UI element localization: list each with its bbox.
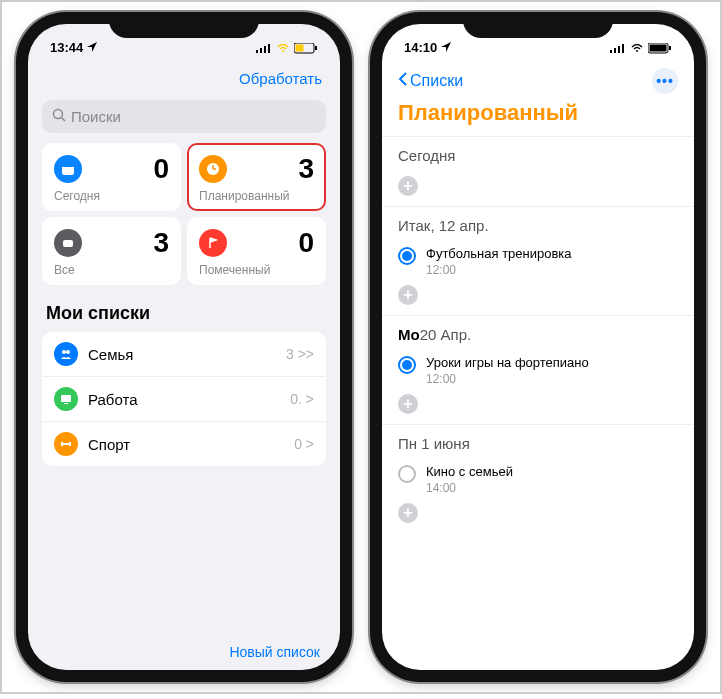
svg-rect-20 (61, 442, 63, 446)
svg-rect-18 (61, 395, 71, 402)
tray-icon (54, 229, 82, 257)
search-icon (52, 108, 66, 125)
dumbbell-icon (54, 432, 78, 456)
svg-point-4 (282, 50, 284, 52)
card-scheduled-count: 3 (298, 153, 314, 185)
wifi-icon (276, 40, 290, 55)
wifi-icon (630, 40, 644, 55)
card-all-count: 3 (153, 227, 169, 259)
svg-rect-26 (622, 44, 624, 53)
radio-icon[interactable] (398, 465, 416, 483)
add-reminder-button[interactable]: + (398, 390, 678, 418)
svg-line-9 (62, 118, 66, 122)
svg-point-27 (636, 50, 638, 52)
card-flagged[interactable]: 0 Помеченный (187, 217, 326, 285)
svg-point-16 (62, 350, 66, 354)
list-item-meta: 0 > (294, 436, 314, 452)
svg-rect-25 (618, 46, 620, 53)
list-item-sport[interactable]: Спорт 0 > (42, 422, 326, 466)
battery-icon (648, 40, 672, 55)
day-title: Пн 1 июня (398, 435, 678, 452)
search-placeholder: Поиски (71, 108, 121, 125)
nav-bar: Списки ••• (382, 62, 694, 98)
add-reminder-button[interactable]: + (398, 281, 678, 309)
svg-rect-19 (64, 403, 68, 404)
plus-icon: + (398, 176, 418, 196)
card-all-label: Все (54, 263, 169, 277)
reminder-time: 12:00 (426, 263, 572, 277)
card-today-label: Сегодня (54, 189, 169, 203)
mylists-title: Мои списки (28, 285, 340, 332)
radio-icon[interactable] (398, 356, 416, 374)
reminder-time: 12:00 (426, 372, 589, 386)
svg-rect-0 (256, 50, 258, 53)
calendar-icon (54, 155, 82, 183)
top-bar: Обработать (28, 62, 340, 94)
card-scheduled[interactable]: 3 Планированный (187, 143, 326, 211)
radio-icon[interactable] (398, 247, 416, 265)
reminder-text: Кино с семьей (426, 464, 513, 479)
plus-icon: + (398, 503, 418, 523)
svg-rect-22 (63, 443, 69, 445)
svg-rect-21 (69, 442, 71, 446)
list-item-label: Работа (88, 391, 280, 408)
reminder-time: 14:00 (426, 481, 513, 495)
list-item-work[interactable]: Работа 0. > (42, 377, 326, 422)
card-today[interactable]: 0 Сегодня (42, 143, 181, 211)
chevron-left-icon (398, 71, 408, 91)
search-input[interactable]: Поиски (42, 100, 326, 133)
more-button[interactable]: ••• (652, 68, 678, 94)
summary-grid: 0 Сегодня 3 Планированный 3 Все (28, 143, 340, 285)
notch (463, 12, 613, 38)
location-icon (441, 40, 451, 55)
card-all[interactable]: 3 Все (42, 217, 181, 285)
battery-icon (294, 40, 318, 55)
day-section-jun1: Пн 1 июня Кино с семьей 14:00 + (382, 424, 694, 533)
status-time: 13:44 (50, 40, 83, 55)
card-flagged-count: 0 (298, 227, 314, 259)
list-item-label: Семья (88, 346, 276, 363)
clock-icon (199, 155, 227, 183)
reminder-text: Футбольная тренировка (426, 246, 572, 261)
day-section-today: Сегодня + (382, 136, 694, 206)
plus-icon: + (398, 394, 418, 414)
back-button[interactable]: Списки (398, 71, 463, 91)
new-list-button[interactable]: Новый список (229, 644, 320, 660)
location-icon (87, 40, 97, 55)
screen-reminders-home: 13:44 Обработать Поиски 0 Сегодня (28, 24, 340, 670)
signal-icon (610, 40, 626, 55)
mylists: Семья 3 >> Работа 0. > Спорт 0 > (42, 332, 326, 466)
add-reminder-button[interactable]: + (398, 172, 678, 200)
svg-point-17 (66, 350, 70, 354)
reminder-item[interactable]: Уроки игры на фортепиано 12:00 (398, 351, 678, 390)
svg-rect-15 (63, 240, 73, 247)
phone-right: 14:10 Списки ••• Планированный Сегодня + (370, 12, 706, 682)
svg-rect-1 (260, 48, 262, 53)
reminder-text: Уроки игры на фортепиано (426, 355, 589, 370)
svg-rect-7 (315, 46, 317, 50)
people-icon (54, 342, 78, 366)
reminder-item[interactable]: Кино с семьей 14:00 (398, 460, 678, 499)
svg-rect-11 (62, 164, 74, 167)
svg-rect-2 (264, 46, 266, 53)
back-label: Списки (410, 72, 463, 90)
list-item-family[interactable]: Семья 3 >> (42, 332, 326, 377)
svg-rect-23 (610, 50, 612, 53)
add-reminder-button[interactable]: + (398, 499, 678, 527)
screen-scheduled-list: 14:10 Списки ••• Планированный Сегодня + (382, 24, 694, 670)
day-title: Сегодня (398, 147, 678, 164)
reminder-item[interactable]: Футбольная тренировка 12:00 (398, 242, 678, 281)
page-title: Планированный (382, 98, 694, 136)
list-item-meta: 0. > (290, 391, 314, 407)
list-item-meta: 3 >> (286, 346, 314, 362)
card-scheduled-label: Планированный (199, 189, 314, 203)
svg-rect-3 (268, 44, 270, 53)
edit-link[interactable]: Обработать (239, 70, 322, 87)
svg-rect-30 (669, 46, 671, 50)
day-section-apr20: Mo20 Апр. Уроки игры на фортепиано 12:00… (382, 315, 694, 424)
flag-icon (199, 229, 227, 257)
day-title: Итак, 12 апр. (398, 217, 678, 234)
signal-icon (256, 40, 272, 55)
svg-rect-29 (650, 44, 667, 51)
day-section-apr12: Итак, 12 апр. Футбольная тренировка 12:0… (382, 206, 694, 315)
